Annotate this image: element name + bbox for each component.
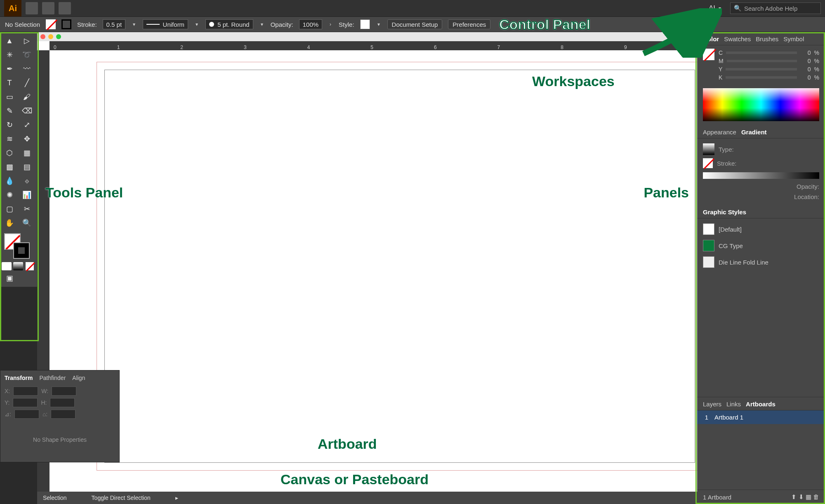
tab-appearance[interactable]: Appearance <box>703 129 736 136</box>
pen-tool[interactable]: ✒ <box>2 63 17 75</box>
tab-links[interactable]: Links <box>726 401 741 408</box>
graphic-style-name: Die Line Fold Line <box>719 259 768 266</box>
eyedropper-tool[interactable]: 💧 <box>2 175 17 187</box>
tab-gradient[interactable]: Gradient <box>741 129 767 136</box>
tab-layers[interactable]: Layers <box>703 401 721 408</box>
magic-wand-tool[interactable]: ✳ <box>2 49 17 61</box>
pencil-tool[interactable]: ✎ <box>2 105 17 117</box>
tab-artboards[interactable]: Artboards <box>746 401 776 408</box>
tab-align[interactable]: Align <box>72 375 85 381</box>
graphic-style-swatch[interactable] <box>360 19 370 29</box>
perspective-grid-tool[interactable]: ▦ <box>19 147 35 159</box>
gradient-ramp[interactable] <box>703 172 819 179</box>
chevron-right-icon[interactable]: › <box>328 21 333 27</box>
line-tool[interactable]: ╱ <box>19 77 35 89</box>
tab-color[interactable]: Color <box>703 35 719 42</box>
minimize-dot[interactable] <box>48 34 53 39</box>
graphic-style-swatch <box>703 256 714 268</box>
gradient-stroke-swatch[interactable] <box>703 158 713 168</box>
eraser-tool[interactable]: ⌫ <box>19 105 35 117</box>
shear-input[interactable] <box>51 410 75 419</box>
tab-brushes[interactable]: Brushes <box>756 35 778 42</box>
graphic-style-item[interactable]: [Default] <box>703 221 819 237</box>
workspace-switcher[interactable]: AI ▾ <box>705 2 726 14</box>
ruler-horizontal[interactable]: 012345678910 <box>50 41 697 50</box>
y-slider[interactable] <box>726 68 797 70</box>
stroke-swatch[interactable] <box>61 19 71 29</box>
color-spectrum[interactable] <box>703 88 819 121</box>
c-slider[interactable] <box>726 52 797 54</box>
color-fill-swatch[interactable] <box>703 49 714 60</box>
pasteboard[interactable] <box>50 50 697 492</box>
transform-panel[interactable]: Transform Pathfinder Align X:W: Y:H: ⊿:⌂… <box>0 370 120 462</box>
stock-icon[interactable] <box>42 2 54 14</box>
document-setup-button[interactable]: Document Setup <box>387 19 443 29</box>
artboard[interactable] <box>97 62 703 471</box>
hand-tool[interactable]: ✋ <box>2 217 17 229</box>
width-tool[interactable]: ≋ <box>2 133 17 145</box>
artboard-row[interactable]: 1 Artboard 1 <box>697 410 825 424</box>
zoom-dot[interactable] <box>56 34 61 39</box>
y-input[interactable] <box>13 398 38 407</box>
tab-pathfinder[interactable]: Pathfinder <box>39 375 66 381</box>
fill-stroke-control[interactable] <box>4 233 33 258</box>
w-input[interactable] <box>52 387 76 396</box>
close-dot[interactable] <box>40 34 45 39</box>
stroke-weight-input[interactable]: 0.5 pt <box>103 19 126 29</box>
mesh-tool[interactable]: ▩ <box>2 161 17 173</box>
tab-swatches[interactable]: Swatches <box>724 35 751 42</box>
column-graph-tool[interactable]: 📊 <box>19 189 35 201</box>
document-window: 012345678910 Selection Toggle Direct Sel… <box>37 32 697 504</box>
tab-graphic-styles[interactable]: Graphic Styles <box>703 209 746 216</box>
artboard-controls-icons[interactable]: ⬆ ⬇ ▦ 🗑 <box>791 493 819 501</box>
tools-panel: ▲ ▷ ✳ ➰ ✒ 〰 T ╱ ▭ 🖌 ✎ ⌫ ↻ ⤢ ≋ ✥ ⬡ ▦ ▩ ▤ … <box>0 32 37 287</box>
arrange-icon[interactable] <box>59 2 71 14</box>
gradient-preview-swatch[interactable] <box>703 143 714 155</box>
rotate-tool[interactable]: ↻ <box>2 119 17 131</box>
zoom-tool[interactable]: 🔍 <box>19 217 35 229</box>
stroke-box[interactable] <box>13 242 30 259</box>
opacity-input[interactable]: 100% <box>299 19 322 29</box>
k-slider[interactable] <box>726 76 797 79</box>
preferences-button[interactable]: Preferences <box>448 19 490 29</box>
help-search-input[interactable]: 🔍 Search Adobe Help <box>730 2 821 14</box>
m-slider[interactable] <box>727 60 797 62</box>
free-transform-tool[interactable]: ✥ <box>19 133 35 145</box>
artboard-tool[interactable]: ▢ <box>2 203 17 215</box>
paintbrush-tool[interactable]: 🖌 <box>19 91 35 103</box>
direct-selection-tool[interactable]: ▷ <box>19 35 35 47</box>
graphic-style-item[interactable]: CG Type <box>703 237 819 254</box>
scale-tool[interactable]: ⤢ <box>19 119 35 131</box>
color-mode-gradient[interactable] <box>13 262 23 270</box>
rectangle-tool[interactable]: ▭ <box>2 91 17 103</box>
bridge-icon[interactable] <box>26 2 38 14</box>
screen-mode-button[interactable]: ▣ <box>2 272 17 284</box>
chevron-down-icon[interactable]: ▾ <box>259 21 265 27</box>
color-mode-none[interactable] <box>25 262 35 270</box>
search-icon: 🔍 <box>734 5 742 12</box>
angle-input[interactable] <box>14 410 39 419</box>
curvature-tool[interactable]: 〰 <box>19 63 35 75</box>
tab-transform[interactable]: Transform <box>5 375 33 381</box>
chevron-down-icon[interactable]: ▾ <box>131 21 137 27</box>
slice-tool[interactable]: ✂ <box>19 203 35 215</box>
tab-symbols[interactable]: Symbol <box>783 35 804 42</box>
brush-definition[interactable]: 5 pt. Round <box>205 19 253 29</box>
symbol-sprayer-tool[interactable]: ✺ <box>2 189 17 201</box>
graphic-style-item[interactable]: Die Line Fold Line <box>703 254 819 270</box>
graphic-style-swatch <box>703 223 714 235</box>
type-tool[interactable]: T <box>2 77 17 89</box>
h-input[interactable] <box>50 398 75 407</box>
gradient-tool[interactable]: ▤ <box>19 161 35 173</box>
chevron-down-icon[interactable]: ▾ <box>376 21 382 27</box>
fill-swatch-none[interactable] <box>46 19 56 29</box>
variable-width-profile[interactable]: Uniform <box>143 19 188 29</box>
x-input[interactable] <box>13 387 38 396</box>
document-status-bar: Selection Toggle Direct Selection ▸ <box>37 492 697 504</box>
blend-tool[interactable]: ⟐ <box>19 175 35 187</box>
color-mode-fill[interactable] <box>2 262 12 270</box>
selection-tool[interactable]: ▲ <box>2 35 17 47</box>
lasso-tool[interactable]: ➰ <box>19 49 35 61</box>
chevron-down-icon[interactable]: ▾ <box>194 21 200 27</box>
shape-builder-tool[interactable]: ⬡ <box>2 147 17 159</box>
